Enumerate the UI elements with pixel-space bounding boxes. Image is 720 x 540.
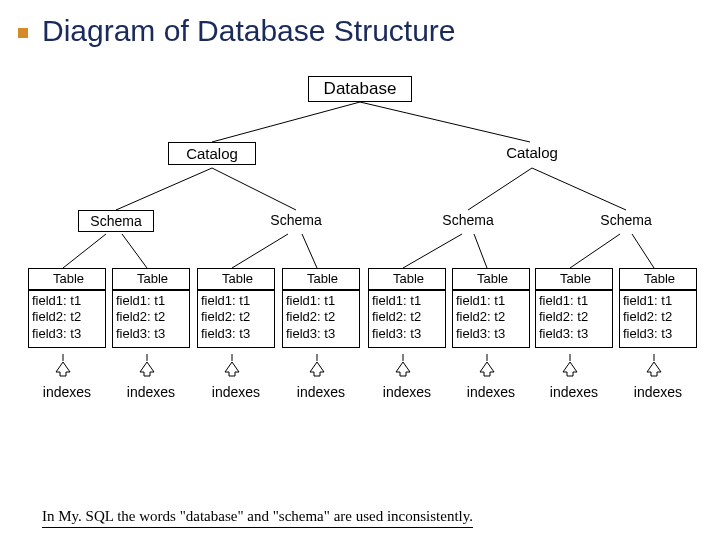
node-schema-2: Schema	[258, 210, 334, 230]
svg-line-7	[122, 234, 147, 268]
indexes-label: indexes	[197, 384, 275, 400]
footnote: In My. SQL the words "database" and "sch…	[42, 508, 473, 528]
diagram-stage: Database Catalog Catalog Schema Schema S…	[0, 58, 720, 488]
table-header: Table	[112, 268, 190, 290]
title-bullet	[18, 28, 28, 38]
node-schema-3: Schema	[430, 210, 506, 230]
table-header: Table	[619, 268, 697, 290]
svg-line-10	[403, 234, 462, 268]
node-schema-1: Schema	[78, 210, 154, 232]
node-database: Database	[308, 76, 412, 102]
svg-line-13	[632, 234, 654, 268]
table-body: field1: t1field2: t2field3: t3	[368, 290, 446, 348]
indexes-label: indexes	[282, 384, 360, 400]
page-title: Diagram of Database Structure	[42, 14, 456, 48]
node-catalog-left: Catalog	[168, 142, 256, 165]
indexes-label: indexes	[535, 384, 613, 400]
svg-line-11	[474, 234, 487, 268]
table-header: Table	[28, 268, 106, 290]
table-header: Table	[197, 268, 275, 290]
node-catalog-right: Catalog	[488, 142, 576, 163]
table-body: field1: t1field2: t2field3: t3	[282, 290, 360, 348]
svg-line-12	[570, 234, 620, 268]
table-header: Table	[452, 268, 530, 290]
svg-line-9	[302, 234, 317, 268]
table-body: field1: t1field2: t2field3: t3	[112, 290, 190, 348]
svg-line-5	[532, 168, 626, 210]
svg-line-1	[360, 102, 530, 142]
table-header: Table	[282, 268, 360, 290]
table-body: field1: t1field2: t2field3: t3	[619, 290, 697, 348]
svg-line-3	[212, 168, 296, 210]
indexes-label: indexes	[619, 384, 697, 400]
table-body: field1: t1field2: t2field3: t3	[535, 290, 613, 348]
indexes-label: indexes	[112, 384, 190, 400]
node-schema-4: Schema	[588, 210, 664, 230]
table-header: Table	[535, 268, 613, 290]
svg-line-0	[212, 102, 360, 142]
indexes-label: indexes	[368, 384, 446, 400]
table-body: field1: t1field2: t2field3: t3	[452, 290, 530, 348]
table-body: field1: t1field2: t2field3: t3	[197, 290, 275, 348]
indexes-label: indexes	[28, 384, 106, 400]
svg-line-8	[232, 234, 288, 268]
svg-line-2	[116, 168, 212, 210]
svg-line-6	[63, 234, 106, 268]
indexes-label: indexes	[452, 384, 530, 400]
svg-line-4	[468, 168, 532, 210]
table-header: Table	[368, 268, 446, 290]
table-body: field1: t1field2: t2field3: t3	[28, 290, 106, 348]
